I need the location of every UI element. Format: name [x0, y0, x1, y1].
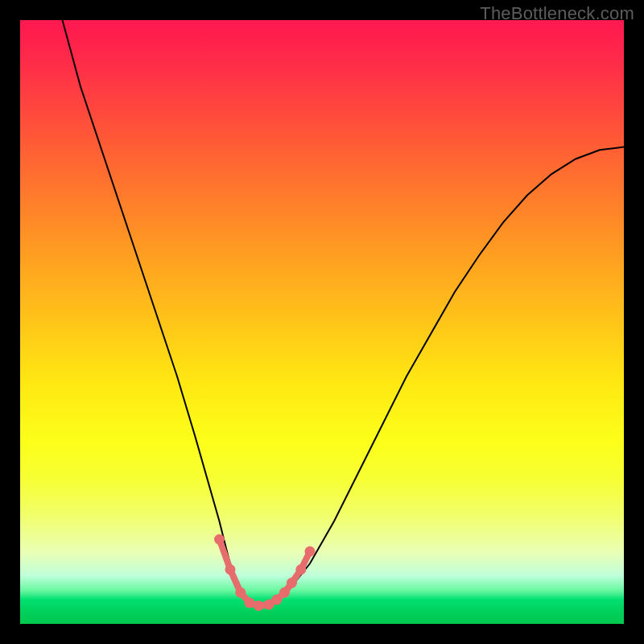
marker-dot — [295, 564, 306, 575]
marker-dot — [245, 597, 255, 608]
optimal-range-markers — [214, 535, 316, 612]
marker-dot — [305, 547, 316, 557]
watermark-label: TheBottleneck.com — [480, 3, 634, 24]
marker-dot — [225, 564, 236, 575]
bottleneck-curve — [63, 20, 625, 606]
marker-dot — [279, 588, 290, 598]
marker-dot — [287, 578, 297, 588]
plot-area — [20, 20, 624, 624]
marker-dot — [235, 588, 246, 598]
marker-dot — [254, 601, 264, 611]
chart-svg — [20, 20, 624, 624]
marker-dot — [214, 535, 225, 545]
marker-dot — [271, 595, 282, 605]
chart-frame: TheBottleneck.com — [0, 0, 644, 644]
